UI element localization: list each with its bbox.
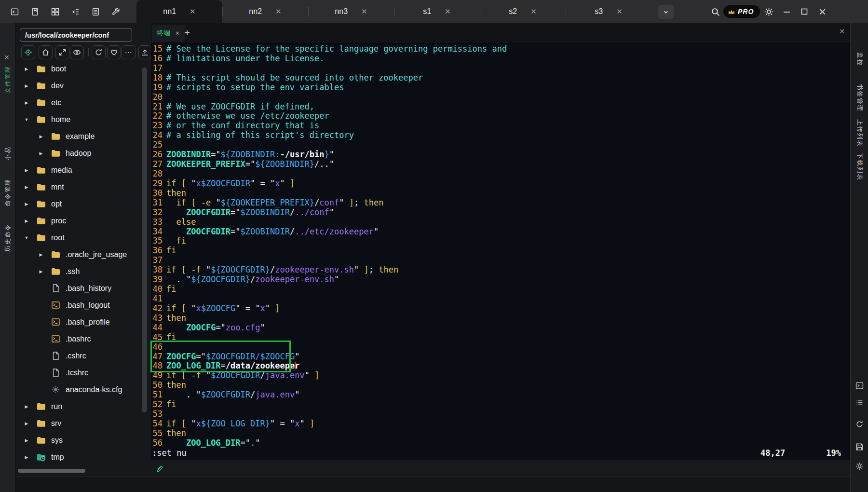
close-tab-icon[interactable]: ✕ (530, 7, 537, 16)
terminal-button[interactable] (855, 381, 864, 390)
tree-item[interactable]: ▶ .oracle_jre_usage (16, 246, 143, 263)
sidebar-tree-button[interactable] (68, 4, 83, 19)
tree-item[interactable]: ▶ run (16, 398, 143, 415)
layout-grid-button[interactable] (47, 4, 63, 19)
chevron-right-icon[interactable]: ▶ (37, 134, 45, 139)
chevron-right-icon[interactable]: ▶ (37, 151, 45, 156)
chevron-down-icon[interactable]: ▼ (23, 235, 30, 240)
maximize-button[interactable] (799, 0, 810, 23)
session-file-button[interactable] (27, 4, 42, 19)
search-button[interactable] (709, 0, 721, 23)
minimize-button[interactable] (781, 0, 792, 23)
chevron-right-icon[interactable]: ▶ (23, 455, 30, 460)
tree-item[interactable]: .bashrc (16, 330, 143, 347)
tree-item[interactable]: .cshrc (16, 347, 143, 364)
session-tab-s1[interactable]: s1 ✕ (394, 0, 480, 23)
chevron-right-icon[interactable]: ▶ (23, 404, 30, 409)
session-tab-nn2[interactable]: nn2 ✕ (222, 0, 308, 23)
chevron-right-icon[interactable]: ▶ (23, 67, 30, 71)
left-strip-tab-命令管理[interactable]: 命令管理 (4, 178, 12, 206)
tree-item[interactable]: ▶ example (16, 128, 143, 145)
terminal-button[interactable] (7, 4, 22, 19)
fit-arrows-button[interactable] (55, 45, 69, 59)
home-button[interactable] (39, 45, 53, 59)
chevron-right-icon[interactable]: ▶ (37, 252, 45, 257)
tree-item[interactable]: ▶ opt (16, 195, 143, 212)
tree-item[interactable]: ▶ .ssh (16, 263, 143, 280)
tree-item[interactable]: ▶ tmp (16, 449, 143, 465)
close-terminal-area-button[interactable]: ✕ (839, 27, 845, 35)
paperclip-icon[interactable] (154, 464, 163, 473)
tree-item[interactable]: ▶ hadoop (16, 145, 143, 162)
left-strip-tab-历史命令[interactable]: 历史命令 (4, 224, 12, 252)
right-strip-tab-上传列表[interactable]: 上传列表 (855, 119, 864, 147)
tree-item[interactable]: ▼ root (16, 229, 143, 246)
session-tab-nn1[interactable]: nn1 ✕ (136, 0, 222, 23)
right-strip-tab-书签管理[interactable]: 书签管理 (855, 84, 864, 112)
refresh-button[interactable] (855, 420, 864, 428)
save-button[interactable] (855, 442, 864, 451)
tree-item[interactable]: ▶ boot (16, 60, 143, 77)
settings-button[interactable] (763, 0, 774, 23)
left-strip-tab-小易[interactable]: 小易 (4, 147, 12, 161)
refresh-button[interactable] (92, 45, 106, 59)
chevron-right-icon[interactable]: ▶ (23, 168, 30, 173)
chevron-right-icon[interactable]: ▶ (23, 421, 30, 426)
gear-button[interactable] (855, 462, 864, 470)
tree-item[interactable]: ▶ dev (16, 77, 143, 94)
close-tab-icon[interactable]: ✕ (190, 7, 196, 16)
tree-item[interactable]: ▶ proc (16, 212, 143, 229)
left-strip-tab-文件管理[interactable]: 文件管理 (4, 66, 12, 94)
heart-button[interactable] (107, 45, 121, 59)
tree-item[interactable]: anaconda-ks.cfg (16, 381, 143, 398)
pro-badge[interactable]: PRO (723, 0, 760, 23)
chevron-right-icon[interactable]: ▶ (23, 438, 30, 443)
tree-item[interactable]: .tcshrc (16, 364, 143, 381)
tree-item[interactable]: .bash_profile (16, 314, 143, 330)
close-tab-icon[interactable]: ✕ (445, 7, 451, 16)
tree-vertical-scrollbar[interactable] (142, 68, 147, 412)
session-tab-s3[interactable]: s3 ✕ (566, 0, 651, 23)
chevron-right-icon[interactable]: ▶ (23, 83, 30, 88)
tree-item[interactable]: .bash_history (16, 280, 143, 297)
file-tree[interactable]: ▶ boot ▶ dev ▶ etc ▼ home ▶ example ▶ ha… (16, 60, 143, 465)
list-button[interactable] (855, 398, 864, 407)
tree-item[interactable]: ▼ home (16, 111, 143, 128)
collapse-panel-button[interactable]: ✕ (4, 54, 10, 61)
chevron-right-icon[interactable]: ▶ (37, 269, 45, 274)
path-input[interactable]: /usr/local/zookeeper/conf (20, 28, 132, 42)
close-tab-icon[interactable]: ✕ (616, 7, 623, 16)
chevron-down-icon[interactable]: ▼ (23, 117, 30, 122)
chevron-right-icon[interactable]: ▶ (23, 202, 30, 206)
close-terminal-icon[interactable]: ✕ (175, 30, 180, 37)
new-terminal-button[interactable]: + (181, 27, 193, 39)
chevron-right-icon[interactable]: ▶ (23, 219, 30, 223)
tree-item[interactable]: .bash_logout (16, 297, 143, 314)
server-list-button[interactable] (88, 4, 103, 19)
close-window-button[interactable] (817, 0, 827, 23)
tree-item[interactable]: ▶ sys (16, 432, 143, 449)
right-strip-tab-监控[interactable]: 监控 (855, 53, 864, 67)
code-line: 32 ZOOCFGDIR="$ZOOBINDIR/../conf" (151, 208, 851, 218)
tree-item[interactable]: ▶ srv (16, 415, 143, 432)
tab-list-dropdown-button[interactable] (658, 5, 674, 19)
tree-item[interactable]: ▶ media (16, 162, 143, 178)
tree-item[interactable]: ▶ mnt (16, 178, 143, 195)
eye-button[interactable] (70, 45, 84, 59)
tree-horizontal-scrollbar[interactable] (18, 469, 85, 473)
chevron-right-icon[interactable]: ▶ (23, 185, 30, 190)
close-tab-icon[interactable]: ✕ (275, 7, 282, 16)
locate-icon (24, 48, 32, 56)
locate-button[interactable] (21, 45, 35, 59)
chevron-right-icon[interactable]: ▶ (23, 100, 30, 105)
session-tab-s2[interactable]: s2 ✕ (480, 0, 566, 23)
terminal-tab[interactable]: 终端 ✕ (152, 25, 185, 41)
upload-button[interactable] (138, 45, 151, 59)
tree-item[interactable]: ▶ etc (16, 94, 143, 111)
right-strip-tab-下载列表[interactable]: 下载列表 (855, 153, 864, 181)
vim-editor[interactable]: 15# See the License for the specific lan… (151, 43, 851, 460)
ellipsis-button[interactable]: ⋯ (122, 45, 136, 59)
session-tab-nn3[interactable]: nn3 ✕ (308, 0, 394, 23)
wrench-button[interactable] (108, 4, 123, 19)
close-tab-icon[interactable]: ✕ (361, 7, 367, 16)
